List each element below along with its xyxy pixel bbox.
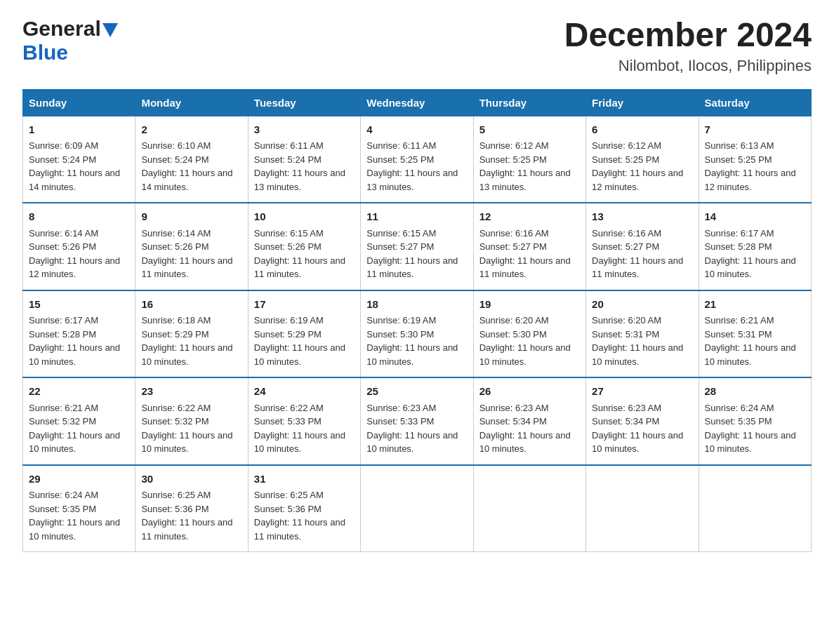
day-info: Sunrise: 6:17 AMSunset: 5:28 PMDaylight:…: [705, 228, 796, 280]
day-number: 7: [705, 122, 805, 138]
day-number: 28: [705, 384, 805, 400]
calendar-cell: 15Sunrise: 6:17 AMSunset: 5:28 PMDayligh…: [23, 290, 135, 378]
calendar-cell: 2Sunrise: 6:10 AMSunset: 5:24 PMDaylight…: [135, 116, 248, 203]
calendar-week-row: 1Sunrise: 6:09 AMSunset: 5:24 PMDaylight…: [23, 116, 812, 203]
day-info: Sunrise: 6:17 AMSunset: 5:28 PMDaylight:…: [29, 315, 120, 367]
day-info: Sunrise: 6:23 AMSunset: 5:34 PMDaylight:…: [479, 403, 571, 455]
day-number: 20: [592, 297, 692, 313]
logo-top-row: General: [22, 17, 118, 41]
logo-triangle-icon: [102, 23, 118, 37]
calendar-cell: 14Sunrise: 6:17 AMSunset: 5:28 PMDayligh…: [699, 203, 811, 290]
day-info: Sunrise: 6:22 AMSunset: 5:32 PMDaylight:…: [141, 403, 232, 455]
calendar-cell: 7Sunrise: 6:13 AMSunset: 5:25 PMDaylight…: [699, 116, 811, 203]
day-info: Sunrise: 6:14 AMSunset: 5:26 PMDaylight:…: [141, 228, 232, 280]
day-info: Sunrise: 6:12 AMSunset: 5:25 PMDaylight:…: [592, 140, 683, 192]
page-subtitle: Nilombot, Ilocos, Philippines: [564, 57, 812, 75]
logo-general-text: General: [22, 17, 101, 40]
day-info: Sunrise: 6:21 AMSunset: 5:31 PMDaylight:…: [705, 315, 796, 367]
day-info: Sunrise: 6:25 AMSunset: 5:36 PMDaylight:…: [254, 490, 345, 542]
day-info: Sunrise: 6:15 AMSunset: 5:27 PMDaylight:…: [366, 228, 458, 280]
day-number: 13: [592, 209, 692, 225]
calendar-cell: 31Sunrise: 6:25 AMSunset: 5:36 PMDayligh…: [248, 465, 360, 552]
calendar-cell: 20Sunrise: 6:20 AMSunset: 5:31 PMDayligh…: [586, 290, 699, 378]
day-number: 16: [141, 297, 241, 313]
page-header: General Blue December 2024 Nilombot, Ilo…: [22, 17, 812, 75]
day-number: 30: [141, 471, 241, 488]
weekday-header-saturday: Saturday: [699, 89, 811, 116]
day-info: Sunrise: 6:15 AMSunset: 5:26 PMDaylight:…: [254, 228, 345, 280]
day-info: Sunrise: 6:14 AMSunset: 5:26 PMDaylight:…: [29, 228, 120, 280]
calendar-cell: 27Sunrise: 6:23 AMSunset: 5:34 PMDayligh…: [586, 377, 699, 465]
day-info: Sunrise: 6:19 AMSunset: 5:30 PMDaylight:…: [366, 315, 458, 367]
day-number: 11: [366, 209, 467, 225]
day-number: 1: [29, 122, 129, 138]
day-number: 17: [254, 297, 355, 313]
calendar-cell: [361, 465, 473, 552]
day-info: Sunrise: 6:10 AMSunset: 5:24 PMDaylight:…: [141, 140, 232, 192]
calendar-cell: 23Sunrise: 6:22 AMSunset: 5:32 PMDayligh…: [135, 377, 248, 465]
calendar-cell: 4Sunrise: 6:11 AMSunset: 5:25 PMDaylight…: [361, 116, 473, 203]
day-info: Sunrise: 6:25 AMSunset: 5:36 PMDaylight:…: [141, 490, 232, 542]
day-number: 19: [479, 297, 580, 313]
day-info: Sunrise: 6:13 AMSunset: 5:25 PMDaylight:…: [705, 140, 796, 192]
day-number: 31: [254, 471, 355, 488]
svg-marker-0: [102, 23, 118, 37]
calendar-cell: 17Sunrise: 6:19 AMSunset: 5:29 PMDayligh…: [248, 290, 360, 378]
day-info: Sunrise: 6:23 AMSunset: 5:34 PMDaylight:…: [592, 403, 683, 455]
calendar-cell: 6Sunrise: 6:12 AMSunset: 5:25 PMDaylight…: [586, 116, 699, 203]
logo-bottom-row: Blue: [22, 41, 68, 65]
weekday-header-wednesday: Wednesday: [361, 89, 473, 116]
weekday-header-friday: Friday: [586, 89, 699, 116]
calendar-cell: 9Sunrise: 6:14 AMSunset: 5:26 PMDaylight…: [135, 203, 248, 290]
day-number: 2: [141, 122, 241, 138]
calendar-cell: 12Sunrise: 6:16 AMSunset: 5:27 PMDayligh…: [473, 203, 585, 290]
day-info: Sunrise: 6:22 AMSunset: 5:33 PMDaylight:…: [254, 403, 345, 455]
day-info: Sunrise: 6:12 AMSunset: 5:25 PMDaylight:…: [479, 140, 571, 192]
calendar-cell: 30Sunrise: 6:25 AMSunset: 5:36 PMDayligh…: [135, 465, 248, 552]
day-number: 10: [254, 209, 355, 225]
day-number: 4: [366, 122, 467, 138]
day-number: 15: [29, 297, 129, 313]
weekday-header-monday: Monday: [135, 89, 248, 116]
day-info: Sunrise: 6:23 AMSunset: 5:33 PMDaylight:…: [366, 403, 458, 455]
day-number: 6: [592, 122, 692, 138]
day-number: 9: [141, 209, 241, 225]
day-info: Sunrise: 6:21 AMSunset: 5:32 PMDaylight:…: [29, 403, 120, 455]
day-info: Sunrise: 6:16 AMSunset: 5:27 PMDaylight:…: [592, 228, 683, 280]
calendar-cell: 1Sunrise: 6:09 AMSunset: 5:24 PMDaylight…: [23, 116, 135, 203]
day-info: Sunrise: 6:20 AMSunset: 5:30 PMDaylight:…: [479, 315, 571, 367]
day-number: 24: [254, 384, 355, 400]
day-number: 3: [254, 122, 355, 138]
calendar-cell: [699, 465, 811, 552]
calendar-cell: [473, 465, 585, 552]
day-info: Sunrise: 6:11 AMSunset: 5:24 PMDaylight:…: [254, 140, 345, 192]
weekday-header-tuesday: Tuesday: [248, 89, 360, 116]
calendar-cell: 19Sunrise: 6:20 AMSunset: 5:30 PMDayligh…: [473, 290, 585, 378]
day-number: 27: [592, 384, 692, 400]
logo-blue-text: Blue: [22, 41, 68, 64]
logo: General Blue: [22, 17, 118, 65]
day-number: 29: [29, 471, 129, 488]
weekday-header-sunday: Sunday: [23, 89, 135, 116]
calendar-cell: 22Sunrise: 6:21 AMSunset: 5:32 PMDayligh…: [23, 377, 135, 465]
day-info: Sunrise: 6:20 AMSunset: 5:31 PMDaylight:…: [592, 315, 683, 367]
day-number: 23: [141, 384, 241, 400]
calendar-cell: 26Sunrise: 6:23 AMSunset: 5:34 PMDayligh…: [473, 377, 585, 465]
calendar-cell: 28Sunrise: 6:24 AMSunset: 5:35 PMDayligh…: [699, 377, 811, 465]
weekday-header-thursday: Thursday: [473, 89, 585, 116]
day-number: 21: [705, 297, 805, 313]
calendar-cell: 18Sunrise: 6:19 AMSunset: 5:30 PMDayligh…: [361, 290, 473, 378]
calendar-cell: [586, 465, 699, 552]
calendar-cell: 8Sunrise: 6:14 AMSunset: 5:26 PMDaylight…: [23, 203, 135, 290]
day-number: 12: [479, 209, 580, 225]
calendar-week-row: 15Sunrise: 6:17 AMSunset: 5:28 PMDayligh…: [23, 290, 812, 378]
calendar-table: SundayMondayTuesdayWednesdayThursdayFrid…: [22, 89, 812, 553]
weekday-header-row: SundayMondayTuesdayWednesdayThursdayFrid…: [23, 89, 812, 116]
day-info: Sunrise: 6:16 AMSunset: 5:27 PMDaylight:…: [479, 228, 571, 280]
calendar-week-row: 8Sunrise: 6:14 AMSunset: 5:26 PMDaylight…: [23, 203, 812, 290]
calendar-cell: 24Sunrise: 6:22 AMSunset: 5:33 PMDayligh…: [248, 377, 360, 465]
calendar-cell: 13Sunrise: 6:16 AMSunset: 5:27 PMDayligh…: [586, 203, 699, 290]
day-info: Sunrise: 6:19 AMSunset: 5:29 PMDaylight:…: [254, 315, 345, 367]
calendar-cell: 10Sunrise: 6:15 AMSunset: 5:26 PMDayligh…: [248, 203, 360, 290]
day-info: Sunrise: 6:11 AMSunset: 5:25 PMDaylight:…: [366, 140, 458, 192]
